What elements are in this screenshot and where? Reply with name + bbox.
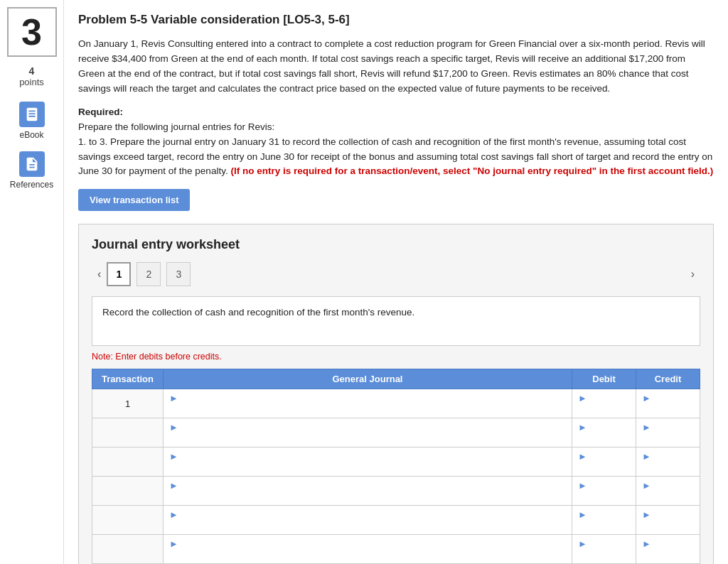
credit-cell[interactable]: ► — [636, 477, 700, 506]
tab-3[interactable]: 3 — [166, 262, 191, 286]
table-row: ►►► — [92, 535, 700, 564]
credit-dropdown-arrow[interactable]: ► — [641, 538, 653, 549]
general-journal-cell[interactable]: ► — [164, 389, 572, 418]
entry-description: Record the collection of cash and recogn… — [92, 296, 700, 346]
references-icon — [19, 151, 45, 177]
general-journal-input[interactable] — [168, 462, 567, 473]
references-button[interactable]: References — [10, 151, 53, 190]
debit-dropdown-arrow[interactable]: ► — [577, 480, 589, 491]
credit-input[interactable] — [641, 404, 695, 415]
red-instruction: (If no entry is required for a transacti… — [230, 166, 713, 176]
general-journal-cell[interactable]: ► — [164, 506, 572, 535]
note-text: Note: Enter debits before credits. — [92, 352, 700, 362]
debit-cell[interactable]: ► — [572, 448, 636, 477]
references-label: References — [10, 180, 53, 190]
table-row: ►►► — [92, 506, 700, 535]
general-journal-input[interactable] — [168, 550, 567, 560]
tab-2[interactable]: 2 — [136, 262, 161, 286]
general-journal-input[interactable] — [168, 433, 567, 444]
credit-input[interactable] — [641, 433, 695, 444]
credit-cell[interactable]: ► — [636, 418, 700, 448]
credit-dropdown-arrow[interactable]: ► — [641, 509, 653, 520]
debit-cell[interactable]: ► — [572, 535, 636, 564]
general-journal-input[interactable] — [168, 404, 567, 415]
table-row: 1►►► — [92, 389, 700, 418]
credit-cell[interactable]: ► — [636, 389, 700, 418]
debit-input[interactable] — [577, 521, 631, 531]
debit-input[interactable] — [577, 492, 631, 502]
tab-next-arrow[interactable]: › — [685, 265, 700, 283]
ebook-button[interactable]: eBook — [19, 102, 45, 140]
debit-cell[interactable]: ► — [572, 506, 636, 535]
debit-dropdown-arrow[interactable]: ► — [577, 393, 589, 403]
general-journal-input[interactable] — [168, 492, 567, 502]
credit-dropdown-arrow[interactable]: ► — [641, 393, 653, 403]
debit-dropdown-arrow[interactable]: ► — [577, 422, 589, 433]
credit-input[interactable] — [641, 492, 695, 502]
credit-cell[interactable]: ► — [636, 506, 700, 535]
ebook-icon — [19, 102, 45, 127]
problem-text: On January 1, Revis Consulting entered i… — [78, 37, 714, 97]
required-text: Prepare the following journal entries fo… — [78, 120, 714, 180]
credit-input[interactable] — [641, 462, 695, 473]
tab-1[interactable]: 1 — [107, 262, 131, 286]
journal-dropdown-arrow[interactable]: ► — [168, 451, 180, 462]
journal-dropdown-arrow[interactable]: ► — [168, 509, 180, 520]
table-row: ►►► — [92, 418, 700, 448]
col-debit: Debit — [572, 369, 636, 389]
credit-cell[interactable]: ► — [636, 535, 700, 564]
table-row: ►►► — [92, 448, 700, 477]
credit-input[interactable] — [641, 521, 695, 531]
tab-prev-arrow[interactable]: ‹ — [92, 265, 107, 283]
journal-dropdown-arrow[interactable]: ► — [168, 422, 180, 433]
debit-dropdown-arrow[interactable]: ► — [577, 451, 589, 462]
main-content: Problem 5-5 Variable consideration [LO5-… — [64, 0, 728, 564]
col-general-journal: General Journal — [164, 369, 572, 389]
journal-dropdown-arrow[interactable]: ► — [168, 538, 180, 549]
debit-cell[interactable]: ► — [572, 477, 636, 506]
points-label: 4 points — [19, 65, 44, 87]
debit-dropdown-arrow[interactable]: ► — [577, 538, 589, 549]
table-row: ►►► — [92, 477, 700, 506]
transaction-cell — [92, 418, 164, 448]
transaction-cell — [92, 448, 164, 477]
col-transaction: Transaction — [92, 369, 164, 389]
general-journal-cell[interactable]: ► — [164, 535, 572, 564]
journal-title: Journal entry worksheet — [92, 237, 700, 252]
transaction-cell — [92, 535, 164, 564]
general-journal-cell[interactable]: ► — [164, 448, 572, 477]
debit-input[interactable] — [577, 404, 631, 415]
journal-table: Transaction General Journal Debit Credit… — [92, 369, 700, 564]
sidebar: 3 4 points eBook References — [0, 0, 64, 564]
general-journal-cell[interactable]: ► — [164, 418, 572, 448]
journal-dropdown-arrow[interactable]: ► — [168, 480, 180, 491]
credit-dropdown-arrow[interactable]: ► — [641, 451, 653, 462]
transaction-cell: 1 — [92, 389, 164, 418]
problem-title: Problem 5-5 Variable consideration [LO5-… — [78, 13, 714, 27]
credit-dropdown-arrow[interactable]: ► — [641, 480, 653, 491]
col-credit: Credit — [636, 369, 700, 389]
tab-navigation: ‹ 1 2 3 › — [92, 262, 700, 286]
required-label: Required: — [78, 107, 714, 117]
view-transaction-button[interactable]: View transaction list — [78, 189, 190, 211]
debit-cell[interactable]: ► — [572, 389, 636, 418]
credit-dropdown-arrow[interactable]: ► — [641, 422, 653, 433]
ebook-label: eBook — [19, 130, 43, 140]
general-journal-cell[interactable]: ► — [164, 477, 572, 506]
debit-cell[interactable]: ► — [572, 418, 636, 448]
credit-input[interactable] — [641, 550, 695, 560]
transaction-cell — [92, 506, 164, 535]
journal-worksheet: Journal entry worksheet ‹ 1 2 3 › Record… — [78, 224, 714, 564]
transaction-cell — [92, 477, 164, 506]
problem-number: 3 — [7, 7, 57, 57]
debit-dropdown-arrow[interactable]: ► — [577, 509, 589, 520]
debit-input[interactable] — [577, 433, 631, 444]
general-journal-input[interactable] — [168, 521, 567, 531]
debit-input[interactable] — [577, 550, 631, 560]
debit-input[interactable] — [577, 462, 631, 473]
credit-cell[interactable]: ► — [636, 448, 700, 477]
journal-dropdown-arrow[interactable]: ► — [168, 393, 180, 403]
